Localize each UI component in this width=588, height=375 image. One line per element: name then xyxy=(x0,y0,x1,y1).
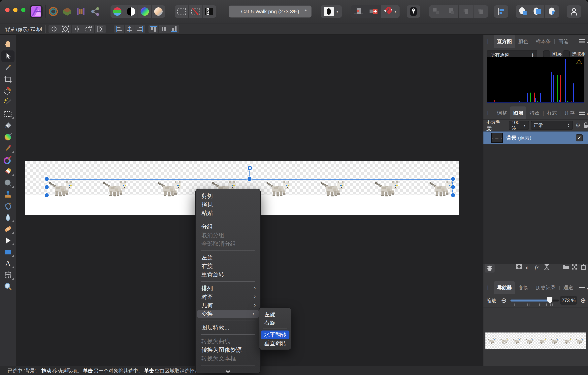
layer-order-icon[interactable] xyxy=(485,264,494,273)
panel-menu-icon[interactable] xyxy=(579,39,585,44)
align-bottom-button[interactable] xyxy=(169,25,179,33)
selection-handle[interactable] xyxy=(451,185,455,189)
persona-tone-mapping-icon[interactable] xyxy=(76,6,86,17)
zoom-window-button[interactable] xyxy=(21,8,25,12)
zoom-value[interactable]: 273 % xyxy=(560,296,577,305)
menu-scroll-down-icon[interactable] xyxy=(196,368,260,375)
auto-white-balance-button[interactable] xyxy=(152,5,165,18)
layer-checkbox[interactable]: 图层 xyxy=(543,51,562,58)
healing-brush-tool[interactable] xyxy=(1,223,14,235)
transform-separately-toggle[interactable] xyxy=(83,25,94,33)
align-right-button[interactable] xyxy=(135,25,145,33)
move-to-front-button[interactable] xyxy=(473,5,488,18)
submenu-item-flip-vertical[interactable]: 垂直翻转 xyxy=(259,339,291,348)
assistant-button[interactable] xyxy=(407,5,420,18)
move-tool[interactable] xyxy=(1,51,14,62)
insert-behind-button[interactable] xyxy=(516,5,530,18)
menu-item-transform[interactable]: 变换› xyxy=(197,310,259,318)
persona-export-icon[interactable] xyxy=(90,6,100,17)
alignment-dropdown[interactable] xyxy=(494,5,508,18)
studio-tab-navigator[interactable]: 导航器 xyxy=(494,281,515,294)
cycle-selection-box-toggle[interactable] xyxy=(94,25,106,33)
studio-tab-effects[interactable]: 特效 xyxy=(526,106,543,119)
checkbox-box[interactable] xyxy=(543,51,550,58)
submenu-item-rotate-left[interactable]: 左旋 xyxy=(259,310,291,319)
move-back-one-button[interactable] xyxy=(444,5,458,18)
opacity-dropdown[interactable]: 100 % ▼ xyxy=(509,121,529,130)
menu-item-geometry[interactable]: 几何› xyxy=(196,301,260,310)
force-pixel-alignment-button[interactable] xyxy=(366,5,381,18)
align-left-button[interactable] xyxy=(114,25,124,33)
zoom-tool[interactable] xyxy=(1,281,14,292)
paint-brush-tool[interactable] xyxy=(1,143,14,154)
studio-tab-swatches[interactable]: 样本条 xyxy=(533,35,554,48)
panel-drag-handle[interactable]: ∥ xyxy=(486,285,489,290)
submenu-item-rotate-right[interactable]: 右旋 xyxy=(259,319,291,327)
menu-item-cut[interactable]: 剪切 xyxy=(196,192,260,200)
studio-tab-history[interactable]: 历史记录 xyxy=(533,281,559,294)
studio-tab-channels[interactable]: 通道 xyxy=(560,281,577,294)
preview-mode-dropdown[interactable]: ▼ xyxy=(321,5,342,18)
studio-tab-stock[interactable]: 库存 xyxy=(562,106,578,119)
selection-handle[interactable] xyxy=(45,185,49,189)
clone-stamp-tool[interactable] xyxy=(1,189,14,200)
layer-row-background[interactable]: 背景 (像素) ✓ xyxy=(483,132,588,144)
account-button[interactable] xyxy=(567,5,581,18)
selection-handle[interactable] xyxy=(248,177,252,181)
undo-brush-tool[interactable] xyxy=(1,200,14,212)
transform-origin-toggle[interactable] xyxy=(49,25,60,33)
studio-tab-adjustment[interactable]: 调整 xyxy=(494,106,510,119)
studio-tab-layers[interactable]: 图层 xyxy=(510,106,526,119)
rotation-handle[interactable] xyxy=(248,166,252,170)
move-to-back-button[interactable] xyxy=(429,5,444,18)
navigator-thumbnail[interactable] xyxy=(485,333,586,349)
selection-brush-tool[interactable] xyxy=(1,85,14,97)
persona-liquify-icon[interactable] xyxy=(48,6,58,17)
layer-effects-icon[interactable]: fx xyxy=(535,264,539,271)
menu-item-layer-effects[interactable]: 图层特效... xyxy=(196,323,260,332)
menu-item-convert-to-image-resource[interactable]: 转换为图像资源 xyxy=(196,346,260,354)
hide-selection-toggle[interactable] xyxy=(60,25,71,33)
new-pixel-layer-icon[interactable] xyxy=(572,264,577,271)
align-center-button[interactable] xyxy=(125,25,135,33)
studio-tab-styles[interactable]: 样式 xyxy=(544,106,560,119)
menu-item-rotate-left[interactable]: 左旋 xyxy=(196,253,260,262)
minimize-window-button[interactable] xyxy=(13,8,18,12)
zoom-slider[interactable] xyxy=(511,300,559,302)
submenu-item-flip-horizontal[interactable]: 水平翻转 xyxy=(261,331,289,339)
navigator-preview[interactable] xyxy=(483,307,588,375)
align-middle-button[interactable] xyxy=(159,25,169,33)
zoom-in-icon[interactable]: ⊕ xyxy=(580,296,586,304)
menu-item-paste[interactable]: 粘贴 xyxy=(196,209,260,217)
menu-item-group[interactable]: 分组 xyxy=(196,223,260,231)
color-picker-tool[interactable] xyxy=(1,62,14,73)
view-tool[interactable] xyxy=(1,39,14,51)
adjustment-layer-icon[interactable]: ◐ xyxy=(525,264,529,271)
delete-layer-icon[interactable] xyxy=(581,264,586,271)
select-all-button[interactable] xyxy=(175,5,188,18)
selection-handle[interactable] xyxy=(45,177,49,181)
menu-item-rotate-right[interactable]: 右旋 xyxy=(196,262,260,270)
menu-item-reset-rotation[interactable]: 重置旋转 xyxy=(196,270,260,279)
mesh-warp-tool[interactable] xyxy=(1,269,14,281)
selection-handle[interactable] xyxy=(451,177,455,181)
blend-mode-dropdown[interactable]: 正常 ▲▼ xyxy=(531,121,573,130)
auto-levels-button[interactable] xyxy=(111,5,124,18)
text-tool[interactable]: A xyxy=(1,258,14,269)
move-forward-one-button[interactable] xyxy=(459,5,473,18)
flood-fill-tool[interactable] xyxy=(1,120,14,131)
mirror-toggle[interactable] xyxy=(72,25,83,33)
panel-menu-icon[interactable] xyxy=(579,111,585,116)
blur-tool[interactable] xyxy=(1,212,14,223)
menu-item-copy[interactable]: 拷贝 xyxy=(196,200,260,209)
crop-tool[interactable] xyxy=(1,73,14,85)
deselect-button[interactable] xyxy=(189,5,202,18)
close-window-button[interactable] xyxy=(5,8,10,12)
flood-select-tool[interactable] xyxy=(1,97,14,108)
zoom-slider-thumb[interactable] xyxy=(547,297,552,304)
mask-layer-icon[interactable] xyxy=(516,264,522,270)
studio-tab-transform[interactable]: 变换 xyxy=(515,281,531,294)
marquee-checkbox[interactable]: 选取框 xyxy=(563,51,586,58)
insert-inside-button[interactable] xyxy=(545,5,559,18)
auto-color-button[interactable] xyxy=(138,5,151,18)
